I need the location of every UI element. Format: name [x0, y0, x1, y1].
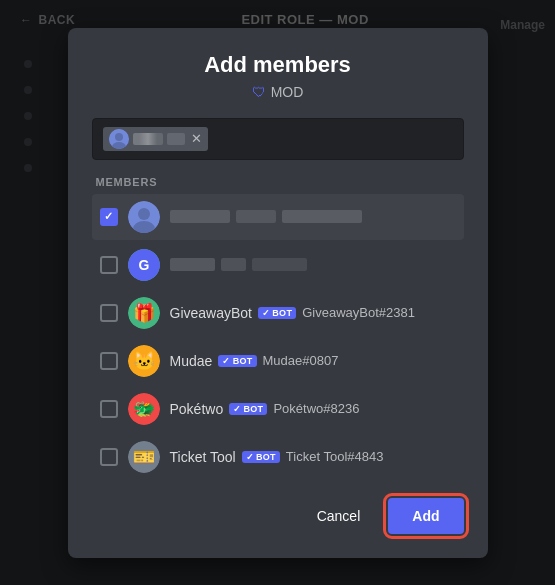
- tag-remove-button[interactable]: ✕: [191, 131, 202, 146]
- avatar: 🎫: [128, 441, 160, 473]
- member-checkbox[interactable]: [100, 352, 118, 370]
- svg-point-4: [138, 208, 150, 220]
- list-item[interactable]: 🐱 Mudae ✓ BOT Mudae#0807: [92, 338, 464, 384]
- member-extra-blurred: [282, 210, 362, 223]
- member-extra-blurred: [252, 258, 307, 271]
- member-discriminator: Ticket Tool#4843: [286, 449, 384, 464]
- member-name-blurred: [170, 258, 215, 271]
- tag-name-blur: [133, 133, 163, 145]
- member-info: [170, 258, 456, 271]
- modal-footer: Cancel Add: [92, 498, 464, 534]
- member-name-blurred: [170, 210, 230, 223]
- bot-check-icon: ✓: [222, 356, 230, 366]
- modal-role-name: MOD: [271, 84, 304, 100]
- svg-point-1: [115, 133, 123, 141]
- member-name: Pokétwo: [170, 401, 224, 417]
- add-members-modal: Add members 🛡 MOD ✕ MEMBERS: [68, 28, 488, 558]
- member-info: Pokétwo ✓ BOT Pokétwo#8236: [170, 401, 456, 417]
- bot-label: BOT: [233, 356, 253, 366]
- search-input[interactable]: [216, 131, 453, 147]
- member-name: GiveawayBot: [170, 305, 252, 321]
- member-checkbox[interactable]: [100, 304, 118, 322]
- shield-icon: 🛡: [252, 84, 266, 100]
- modal-subtitle: 🛡 MOD: [92, 84, 464, 100]
- svg-text:G: G: [138, 257, 149, 273]
- members-section-label: MEMBERS: [92, 176, 464, 188]
- bot-label: BOT: [256, 452, 276, 462]
- cancel-button[interactable]: Cancel: [301, 498, 377, 534]
- avatar: 🎁: [128, 297, 160, 329]
- member-info: Ticket Tool ✓ BOT Ticket Tool#4843: [170, 449, 456, 465]
- member-tag-blurred: [221, 258, 246, 271]
- member-discriminator: GiveawayBot#2381: [302, 305, 415, 320]
- modal-title: Add members: [92, 52, 464, 78]
- bot-badge: ✓ BOT: [242, 451, 280, 463]
- list-item[interactable]: [92, 194, 464, 240]
- selected-member-tag: ✕: [103, 127, 208, 151]
- member-name: Ticket Tool: [170, 449, 236, 465]
- tag-name-blur2: [167, 133, 185, 145]
- avatar: 🐲: [128, 393, 160, 425]
- tag-avatar: [109, 129, 129, 149]
- member-discriminator: Mudae#0807: [263, 353, 339, 368]
- bot-badge: ✓ BOT: [229, 403, 267, 415]
- avatar: 🐱: [128, 345, 160, 377]
- member-checkbox[interactable]: [100, 448, 118, 466]
- list-item[interactable]: G: [92, 242, 464, 288]
- member-info: GiveawayBot ✓ BOT GiveawayBot#2381: [170, 305, 456, 321]
- bot-check-icon: ✓: [262, 308, 270, 318]
- member-discriminator: Pokétwo#8236: [273, 401, 359, 416]
- member-checkbox[interactable]: [100, 400, 118, 418]
- bot-check-icon: ✓: [233, 404, 241, 414]
- member-info: Mudae ✓ BOT Mudae#0807: [170, 353, 456, 369]
- bot-badge: ✓ BOT: [258, 307, 296, 319]
- member-name: Mudae: [170, 353, 213, 369]
- member-checkbox[interactable]: [100, 208, 118, 226]
- bot-label: BOT: [244, 404, 264, 414]
- member-checkbox[interactable]: [100, 256, 118, 274]
- avatar: G: [128, 249, 160, 281]
- member-info: [170, 210, 456, 223]
- list-item[interactable]: 🎁 GiveawayBot ✓ BOT GiveawayBot#2381: [92, 290, 464, 336]
- bot-badge: ✓ BOT: [218, 355, 256, 367]
- add-button[interactable]: Add: [388, 498, 463, 534]
- list-item[interactable]: 🎫 Ticket Tool ✓ BOT Ticket Tool#4843: [92, 434, 464, 480]
- bot-label: BOT: [272, 308, 292, 318]
- member-list: G 🎁 GiveawayBot: [92, 194, 464, 480]
- avatar: [128, 201, 160, 233]
- search-box[interactable]: ✕: [92, 118, 464, 160]
- bot-check-icon: ✓: [246, 452, 254, 462]
- list-item[interactable]: 🐲 Pokétwo ✓ BOT Pokétwo#8236: [92, 386, 464, 432]
- member-tag-blurred: [236, 210, 276, 223]
- modal-overlay: Add members 🛡 MOD ✕ MEMBERS: [0, 0, 555, 585]
